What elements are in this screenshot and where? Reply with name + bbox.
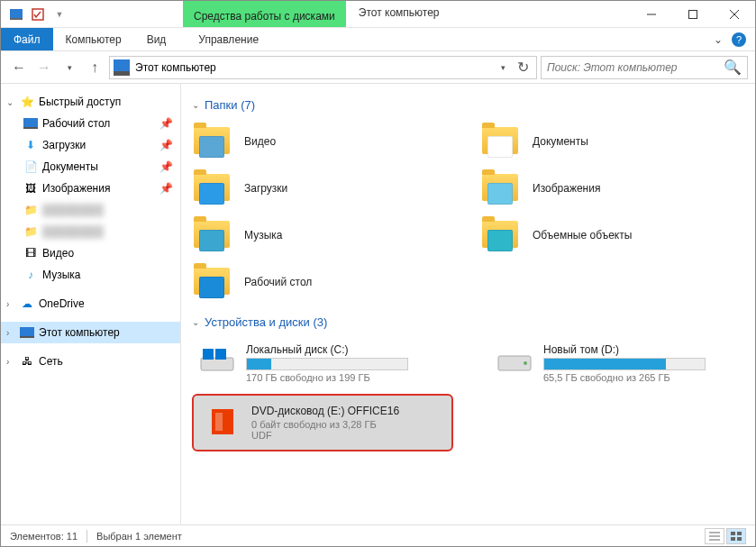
cloud-icon: ☁ (19, 296, 35, 311)
qat-properties-icon[interactable] (30, 6, 46, 23)
svg-point-15 (524, 361, 527, 365)
chevron-down-icon: ⌄ (192, 317, 199, 327)
chevron-right-icon[interactable]: › (6, 328, 19, 338)
network-icon: 🖧 (19, 354, 35, 369)
search-input[interactable] (547, 61, 724, 74)
close-button[interactable] (714, 1, 755, 27)
folder-item[interactable]: Загрузки (192, 168, 444, 209)
folder-item[interactable]: Объемные объекты (480, 214, 733, 256)
chevron-down-icon[interactable]: ⌄ (6, 97, 19, 107)
tree-quick-access[interactable]: ⌄ ⭐ Быстрый доступ (1, 91, 180, 113)
tree-pictures[interactable]: 🖼Изображения📌 (1, 178, 180, 199)
tree-label: ████████ (42, 225, 104, 238)
documents-icon: 📄 (23, 160, 39, 174)
pin-icon: 📌 (159, 160, 173, 173)
tree-desktop[interactable]: Рабочий стол📌 (1, 113, 180, 134)
drive-name: Новый том (D:) (543, 343, 745, 356)
tree-folder-hidden[interactable]: 📁████████ (1, 221, 180, 242)
tree-downloads[interactable]: ⬇Загрузки📌 (1, 134, 180, 156)
chevron-right-icon[interactable]: › (6, 299, 19, 309)
folder-label: Музыка (244, 229, 282, 242)
videos-icon: 🎞 (23, 246, 39, 260)
help-icon[interactable]: ? (732, 32, 746, 47)
back-button[interactable]: ← (8, 57, 30, 78)
folder-label: Загрузки (244, 182, 287, 195)
folder-item[interactable]: Видео (192, 121, 444, 162)
folder-item[interactable]: Изображения (480, 168, 733, 209)
tree-label: Документы (42, 160, 98, 173)
refresh-button[interactable]: ↻ (513, 59, 533, 76)
chevron-down-icon: ⌄ (192, 100, 199, 110)
drive-icon (203, 405, 242, 439)
tab-computer[interactable]: Компьютер (53, 28, 134, 50)
forward-button[interactable]: → (33, 57, 55, 78)
app-icon (8, 6, 24, 23)
tree-this-pc[interactable]: ›Этот компьютер (1, 322, 180, 343)
folder-icon: 📁 (23, 224, 39, 239)
minimize-button[interactable] (631, 1, 672, 27)
pin-icon: 📌 (159, 139, 173, 151)
up-button[interactable]: ↑ (84, 57, 105, 78)
tree-label: Сеть (39, 355, 63, 368)
chevron-right-icon[interactable]: › (6, 357, 19, 367)
svg-rect-0 (10, 9, 23, 18)
location-icon (114, 59, 130, 76)
group-drives[interactable]: ⌄Устройства и диски (3) (192, 315, 744, 329)
tree-network[interactable]: ›🖧Сеть (1, 351, 180, 372)
svg-rect-7 (23, 118, 38, 127)
drive-free-space: 0 байт свободно из 3,28 ГБ (251, 419, 442, 430)
drive-free-space: 65,5 ГБ свободно из 265 ГБ (543, 372, 745, 383)
folder-item[interactable]: Рабочий стол (192, 261, 444, 303)
tree-documents[interactable]: 📄Документы📌 (1, 156, 180, 178)
tree-label: OneDrive (39, 297, 85, 310)
address-dropdown-icon[interactable]: ▾ (493, 63, 513, 72)
folder-icon (192, 170, 235, 206)
tree-music[interactable]: ♪Музыка (1, 264, 180, 286)
address-text: Этот компьютер (135, 61, 493, 74)
search-icon[interactable]: 🔍 (724, 59, 742, 76)
ribbon: Файл Главная Компьютер Вид Управление ⌄ … (1, 28, 755, 51)
maximize-button[interactable] (672, 1, 714, 27)
svg-rect-4 (689, 10, 697, 18)
pictures-icon: 🖼 (23, 181, 39, 196)
folder-item[interactable]: Музыка (192, 214, 444, 256)
pc-icon (19, 325, 35, 340)
tree-videos[interactable]: 🎞Видео (1, 242, 180, 264)
view-tiles-button[interactable] (726, 528, 746, 544)
folder-label: Документы (533, 135, 588, 148)
tab-view[interactable]: Вид (134, 28, 179, 50)
tab-manage[interactable]: Управление (186, 28, 271, 50)
search-box[interactable]: 🔍 (541, 56, 748, 79)
drive-name: Локальный диск (C:) (246, 343, 448, 356)
tree-label: Этот компьютер (39, 326, 120, 339)
address-bar[interactable]: Этот компьютер ▾ ↻ (109, 56, 537, 79)
svg-rect-23 (731, 537, 735, 541)
folder-icon (192, 264, 235, 300)
svg-rect-17 (215, 413, 223, 431)
content-pane: ⌄Папки (7) ВидеоДокументыЗагрузкиИзображ… (181, 84, 755, 524)
svg-rect-10 (20, 336, 34, 338)
drive-item-selected[interactable]: DVD-дисковод (E:) OFFICE16 0 байт свобод… (192, 394, 453, 451)
drive-item[interactable]: Локальный диск (C:) 170 ГБ свободно из 1… (192, 338, 453, 388)
group-folders[interactable]: ⌄Папки (7) (192, 98, 744, 112)
drive-icon (197, 343, 237, 378)
navigation-bar: ← → ▾ ↑ Этот компьютер ▾ ↻ 🔍 (1, 51, 755, 84)
svg-rect-1 (10, 18, 23, 20)
recent-locations-button[interactable]: ▾ (59, 57, 80, 78)
tree-onedrive[interactable]: ›☁OneDrive (1, 293, 180, 315)
desktop-icon (23, 116, 39, 131)
folder-label: Видео (244, 135, 276, 148)
folder-icon (480, 123, 524, 160)
qat-dropdown-icon[interactable]: ▼ (51, 6, 68, 23)
star-icon: ⭐ (19, 95, 35, 109)
tab-file[interactable]: Файл (1, 28, 53, 50)
folder-icon (480, 170, 524, 206)
drive-name: DVD-дисковод (E:) OFFICE16 (251, 405, 442, 417)
tree-folder-hidden[interactable]: 📁████████ (1, 199, 180, 221)
folder-item[interactable]: Документы (480, 121, 733, 162)
downloads-icon: ⬇ (23, 138, 39, 152)
view-details-button[interactable] (705, 528, 724, 544)
ribbon-expand-icon[interactable]: ⌄ (714, 33, 723, 46)
drive-item[interactable]: Новый том (D:) 65,5 ГБ свободно из 265 Г… (489, 338, 751, 388)
svg-rect-11 (201, 358, 233, 370)
